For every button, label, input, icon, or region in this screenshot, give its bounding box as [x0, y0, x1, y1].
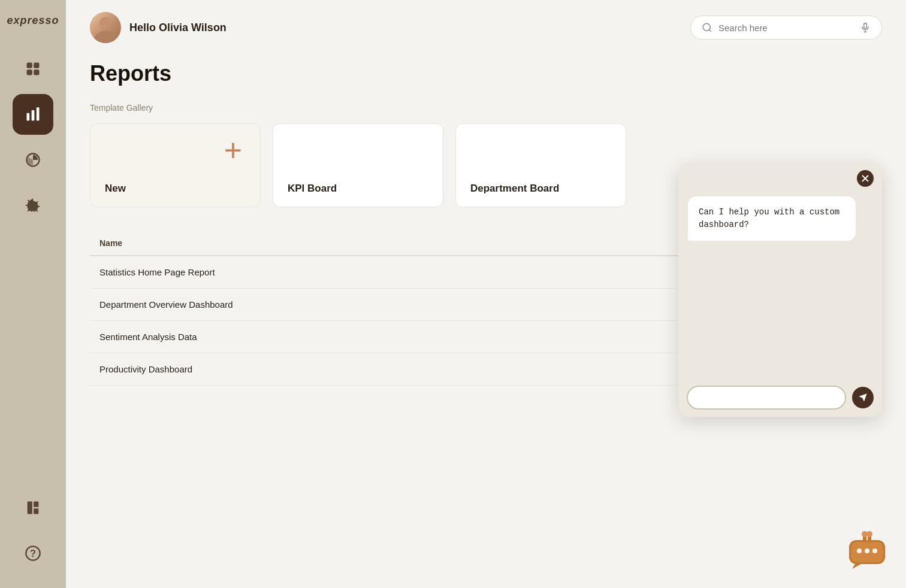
sidebar-item-reports[interactable]: [13, 94, 53, 135]
plus-icon: +: [224, 135, 242, 166]
avatar-image: [90, 12, 121, 43]
svg-rect-10: [34, 502, 38, 507]
chatbot-icon: [846, 528, 888, 570]
svg-rect-11: [34, 508, 38, 514]
sidebar-nav: [13, 49, 53, 487]
row-name: Department Overview Dashboard: [90, 289, 726, 321]
svg-rect-0: [27, 63, 32, 68]
template-new-label: New: [105, 183, 126, 195]
template-kpi-label: KPI Board: [288, 183, 337, 195]
row-name: Sentiment Analysis Data: [90, 321, 726, 353]
app-logo: expresso: [7, 14, 59, 27]
sidebar-item-templates[interactable]: [13, 487, 53, 528]
row-name: Productivity Dashboard: [90, 353, 726, 386]
dashboard-icon: [25, 60, 41, 77]
template-card-dept[interactable]: Department Board: [455, 123, 626, 207]
template-card-kpi[interactable]: KPI Board: [273, 123, 443, 207]
sidebar: expresso: [0, 0, 66, 588]
svg-rect-6: [37, 107, 40, 120]
chat-messages: Can I help you with a custom dashboard?: [678, 187, 882, 378]
svg-point-29: [866, 531, 872, 537]
svg-point-24: [865, 548, 869, 553]
svg-line-15: [709, 29, 711, 31]
svg-rect-1: [34, 63, 39, 68]
svg-text:?: ?: [30, 548, 36, 559]
sidebar-item-settings[interactable]: [13, 185, 53, 226]
page-title: Reports: [90, 61, 882, 86]
svg-point-23: [857, 548, 862, 553]
svg-rect-9: [28, 502, 32, 514]
chat-close-button[interactable]: [857, 170, 874, 187]
svg-rect-5: [32, 110, 35, 121]
reports-icon: [25, 106, 41, 123]
user-info: Hello Olivia Wilson: [90, 12, 226, 43]
header: Hello Olivia Wilson: [66, 0, 906, 55]
search-icon: [702, 22, 712, 33]
section-label: Template Gallery: [90, 103, 882, 113]
sidebar-item-help[interactable]: ?: [13, 533, 53, 574]
chat-input-area: [678, 378, 882, 417]
chat-input[interactable]: [687, 386, 846, 410]
close-icon: [861, 174, 869, 183]
sidebar-item-dashboard[interactable]: [13, 49, 53, 89]
col-name: Name: [90, 231, 726, 256]
svg-rect-16: [864, 23, 867, 29]
svg-point-14: [703, 23, 710, 31]
svg-point-25: [872, 548, 877, 553]
svg-rect-3: [34, 69, 39, 75]
send-icon: [858, 393, 868, 402]
chatbot-button[interactable]: [846, 528, 888, 570]
sidebar-item-analytics[interactable]: [13, 140, 53, 180]
microphone-icon: [860, 22, 871, 33]
templates-icon: [25, 499, 41, 516]
svg-rect-2: [27, 69, 32, 75]
svg-rect-4: [27, 113, 30, 121]
chat-send-button[interactable]: [852, 387, 874, 408]
page-content: Reports Template Gallery + New KPI Board…: [66, 55, 906, 588]
analytics-icon: [25, 151, 41, 168]
greeting-text: Hello Olivia Wilson: [129, 22, 226, 34]
search-input[interactable]: [718, 23, 854, 33]
chat-message-bubble: Can I help you with a custom dashboard?: [688, 196, 856, 241]
search-bar[interactable]: [690, 16, 882, 40]
row-name: Statistics Home Page Report: [90, 256, 726, 289]
chat-header: [678, 163, 882, 187]
chat-widget: Can I help you with a custom dashboard?: [678, 163, 882, 417]
sidebar-bottom: ?: [13, 487, 53, 574]
help-icon: ?: [25, 545, 41, 562]
avatar: [90, 12, 121, 43]
template-dept-label: Department Board: [470, 183, 559, 195]
main-content: Hello Olivia Wilson Reports Template Gal…: [66, 0, 906, 588]
settings-icon: [25, 197, 41, 214]
template-card-new[interactable]: + New: [90, 123, 261, 207]
